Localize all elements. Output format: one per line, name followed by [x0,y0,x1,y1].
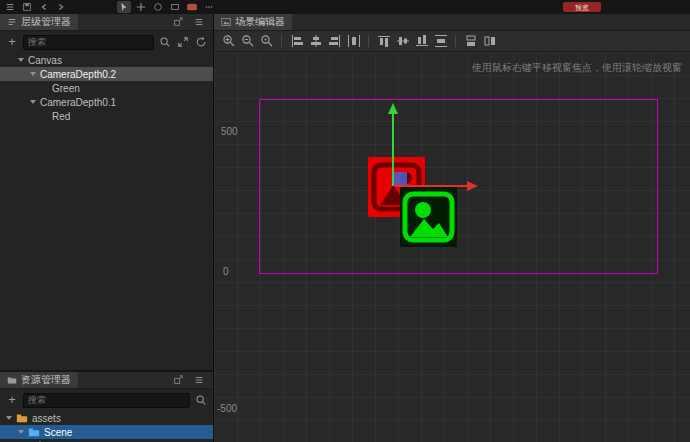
ruler-label-500: 500 [221,126,238,137]
more-icon[interactable] [202,1,216,13]
zoom-in-icon[interactable] [220,33,237,49]
green-image-icon [400,187,457,247]
save-icon[interactable] [20,1,34,13]
hierarchy-search-input[interactable] [23,35,154,50]
distribute-horizontal-icon[interactable] [345,33,362,49]
toolbar-separator [455,35,456,47]
align-right-icon[interactable] [326,33,343,49]
align-top-icon[interactable] [375,33,392,49]
hierarchy-panel-header: 层级管理器 [0,14,213,31]
align-center-horizontal-icon[interactable] [307,33,324,49]
editor-window: 预览 层级管理器 + [0,0,690,442]
chevron-down-icon[interactable] [18,430,24,434]
tab-label: 场景编辑器 [235,15,285,29]
gizmo-x-axis[interactable] [395,185,467,187]
preview-button[interactable]: 预览 [563,2,601,12]
gizmo-y-axis[interactable] [392,114,394,186]
assets-toolbar: + [0,389,213,411]
gizmo-center-handle[interactable] [394,172,407,185]
chevron-down-icon[interactable] [18,58,24,62]
assets-search-input[interactable] [23,393,190,408]
scene-toolbar [214,31,690,52]
move-tool-icon[interactable] [134,1,148,13]
tree-node-cameradepth02[interactable]: CameraDepth0.2 [0,67,213,81]
assets-tree: assets Scene helloworld [0,411,213,442]
tree-node-cameradepth01[interactable]: CameraDepth0.1 [0,95,213,109]
gizmo-x-arrowhead-icon [467,181,478,191]
popout-icon[interactable] [171,15,185,29]
scene-viewport[interactable]: 使用鼠标右键平移视窗焦点，使用滚轮缩放视窗 500 0 -500 [214,52,690,442]
hierarchy-tree: Canvas CameraDepth0.2 Green CameraDepth0… [0,53,213,370]
tree-node-red[interactable]: Red [0,109,213,123]
asset-node-assets[interactable]: assets [0,411,213,425]
search-icon[interactable] [158,35,172,49]
gizmo-y-arrowhead-icon [388,103,398,114]
panel-menu-icon[interactable] [192,15,206,29]
sprite-green[interactable] [400,187,457,247]
scene-editor: 场景编辑器 [214,14,690,442]
same-width-icon[interactable] [462,33,479,49]
align-middle-icon[interactable] [394,33,411,49]
same-height-icon[interactable] [481,33,498,49]
image-icon [221,17,231,27]
add-node-button[interactable]: + [5,34,19,50]
toolbar-separator [281,35,282,47]
scene-header: 场景编辑器 [214,14,690,31]
search-icon[interactable] [194,393,208,407]
tab-label: 资源管理器 [21,373,71,387]
asset-node-scene[interactable]: Scene [0,425,213,439]
tab-label: 层级管理器 [21,15,71,29]
add-asset-button[interactable]: + [5,392,19,408]
cursor-tool-icon[interactable] [117,1,131,13]
tab-scene[interactable]: 场景编辑器 [214,14,292,30]
rotate-tool-icon[interactable] [151,1,165,13]
tree-node-green[interactable]: Green [0,81,213,95]
zoom-out-icon[interactable] [239,33,256,49]
tab-hierarchy[interactable]: 层级管理器 [0,14,78,30]
top-toolbar: 预览 [0,0,690,15]
chevron-down-icon[interactable] [30,72,36,76]
expand-all-icon[interactable] [176,35,190,49]
rect-tool-icon[interactable] [168,1,182,13]
chevron-down-icon[interactable] [30,100,36,104]
distribute-vertical-icon[interactable] [432,33,449,49]
viewport-hint: 使用鼠标右键平移视窗焦点，使用滚轮缩放视窗 [472,61,682,75]
left-column: 层级管理器 + [0,14,214,442]
toolbar-separator [368,35,369,47]
tab-assets[interactable]: 资源管理器 [0,372,78,388]
ruler-label-0: 0 [223,266,229,277]
chevron-down-icon[interactable] [6,416,12,420]
folder-orange-icon [16,412,28,424]
folder-blue-icon [28,426,40,438]
undo-icon[interactable] [37,1,51,13]
panel-menu-icon[interactable] [192,373,206,387]
hierarchy-toolbar: + [0,31,213,53]
align-bottom-icon[interactable] [413,33,430,49]
refresh-icon[interactable] [194,35,208,49]
hierarchy-panel: 层级管理器 + [0,14,213,372]
tree-node-canvas[interactable]: Canvas [0,53,213,67]
assets-panel: 资源管理器 + [0,372,213,442]
record-icon[interactable] [185,1,199,13]
folder-icon [7,375,17,385]
list-icon [7,17,17,27]
menu-icon[interactable] [3,1,17,13]
popout-icon[interactable] [171,373,185,387]
ruler-label-minus500: -500 [217,403,237,414]
align-left-icon[interactable] [288,33,305,49]
assets-panel-header: 资源管理器 [0,372,213,389]
zoom-reset-icon[interactable] [258,33,275,49]
redo-icon[interactable] [54,1,68,13]
tool-group [114,1,216,13]
